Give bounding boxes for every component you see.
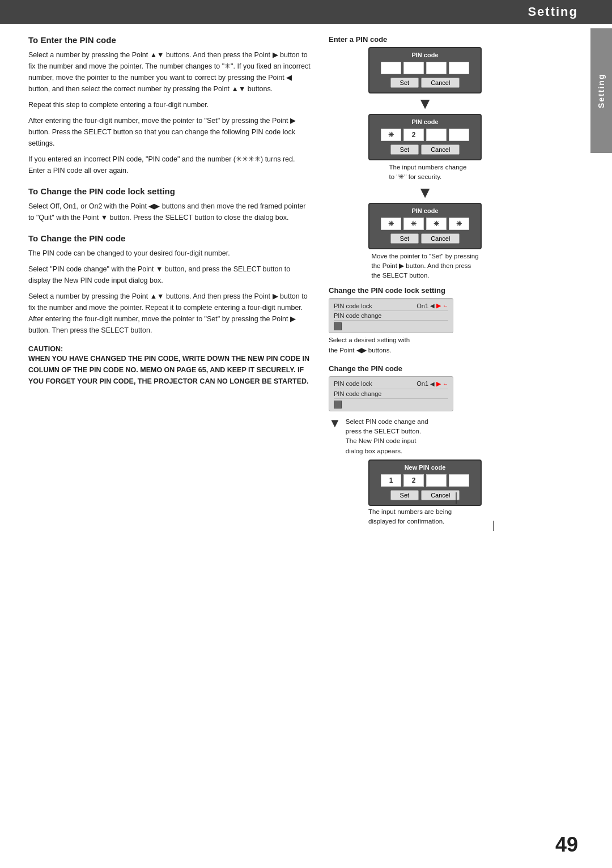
pin-lock-row1-value: On1 ◀ ▶ ← [416, 302, 448, 309]
pin-change-row2: PIN code change [334, 389, 448, 399]
pin-dialog1-cells [374, 62, 476, 74]
section1-heading: To Enter the PIN code [28, 35, 312, 45]
pin-change-icon [334, 401, 342, 409]
arrow-down-2: ▼ [417, 185, 433, 201]
section2-heading: To Change the PIN code lock setting [28, 186, 312, 196]
pin-change-icon-row [334, 399, 448, 409]
left-column: To Enter the PIN code Select a number by… [28, 35, 312, 540]
pin-lock-icon [334, 322, 342, 330]
pin-cell-d2-4 [449, 129, 469, 141]
pin-change-cursor: ← [443, 381, 448, 387]
section1-para2: Repeat this step to complete entering a … [28, 99, 312, 110]
new-pin-dialog-title: New PIN code [374, 464, 476, 471]
pin-lock-row2-label: PIN code change [334, 312, 381, 319]
pin-dialog1: PIN code Set Cancel [368, 47, 482, 93]
pin-lock-red-arrow: ▶ [436, 302, 441, 309]
pin-dialog2-cancel-button[interactable]: Cancel [421, 144, 460, 155]
pin-cell-d3-2: ✳ [403, 218, 424, 230]
pin-change-red-arrow: ▶ [436, 380, 441, 388]
enter-pin-heading: Enter a PIN code [329, 35, 521, 44]
cancel-arrow-svg [442, 492, 470, 504]
pin-dialog2-title: PIN code [374, 118, 476, 125]
pin-cell-d2-3 [426, 129, 447, 141]
new-pin-dialog-wrapper: New PIN code 1 2 Set Cancel The input nu… [329, 459, 521, 527]
pin-cell-1 [381, 62, 401, 74]
pin-lock-section: Change the PIN code lock setting PIN cod… [329, 286, 521, 355]
new-pin-cell-3 [426, 474, 447, 487]
pin-lock-cursor: ← [443, 303, 448, 309]
pin-cell-d3-1: ✳ [381, 218, 401, 230]
caution-block: CAUTION: WHEN YOU HAVE CHANGED THE PIN C… [28, 345, 312, 387]
pin-cell-2 [403, 62, 424, 74]
new-pin-cell-4 [449, 474, 469, 487]
pin-change-box: PIN code lock On1 ◀ ▶ ← PIN code change [329, 376, 453, 411]
pin-dialog1-set-button[interactable]: Set [390, 78, 419, 88]
caution-title: CAUTION: [28, 345, 312, 353]
pin-dialog1-buttons: Set Cancel [374, 78, 476, 88]
pin-dialog3-buttons: Set Cancel [374, 233, 476, 244]
new-pin-cell-1: 1 [381, 474, 401, 487]
pin-lock-icon-row [334, 321, 448, 330]
section3-heading: To Change the PIN code [28, 233, 312, 243]
pin-dialog1-cancel-button[interactable]: Cancel [421, 78, 460, 88]
section3-para2: Select "PIN code change" with the Point … [28, 263, 312, 286]
pin-dialog2: PIN code ✳ 2 Set Cancel [368, 114, 482, 160]
pin-dialog2-set-button[interactable]: Set [390, 144, 419, 155]
side-tab: Setting [590, 28, 612, 153]
section3-para1: The PIN code can be changed to your desi… [28, 248, 312, 259]
new-pin-cell-2: 2 [403, 474, 424, 487]
pin-cell-d3-3: ✳ [426, 218, 447, 230]
section1-para4: If you entered an incorrect PIN code, "P… [28, 154, 312, 176]
dialog2-note: The input numbers changeto "✳" for secur… [389, 163, 467, 182]
pin-lock-box: PIN code lock On1 ◀ ▶ ← PIN code change [329, 298, 453, 333]
page-number: 49 [555, 833, 578, 857]
pin-lock-row1-label: PIN code lock [334, 303, 372, 309]
up-arrow-line [493, 521, 494, 531]
pin-dialog2-buttons: Set Cancel [374, 144, 476, 155]
pin-lock-row1: PIN code lock On1 ◀ ▶ ← [334, 301, 448, 311]
pin-dialog1-wrapper: PIN code Set Cancel ▼ PIN code [329, 47, 521, 280]
pin-lock-value-text: On1 [416, 303, 428, 309]
pin-change-row1-label: PIN code lock [334, 380, 372, 387]
pin-dialog3-set-button[interactable]: Set [390, 233, 419, 244]
section1-para1: Select a number by pressing the Point ▲▼… [28, 49, 312, 95]
pin-cell-4 [449, 62, 469, 74]
main-content: To Enter the PIN code Select a number by… [0, 24, 612, 574]
right-column: Enter a PIN code PIN code Set Cancel [329, 35, 521, 540]
pin-lock-note: Select a desired setting withthe Point ◀… [329, 335, 521, 355]
pin-dialog3: PIN code ✳ ✳ ✳ ✳ Set Cancel [368, 203, 482, 249]
pin-cell-d2-1: ✳ [381, 129, 401, 141]
enter-pin-section: Enter a PIN code PIN code Set Cancel [329, 35, 521, 280]
section2-para1: Select Off, On1, or On2 with the Point ◀… [28, 201, 312, 223]
pin-dialog2-cells: ✳ 2 [374, 129, 476, 141]
page-header: Setting [0, 0, 612, 24]
pin-change-heading: Change the PIN code [329, 364, 521, 373]
new-pin-cells: 1 2 [374, 474, 476, 487]
section1-para3: After entering the four-digit number, mo… [28, 115, 312, 149]
pin-lock-row2: PIN code change [334, 311, 448, 321]
new-pin-note2: The input numbers are beingdisplayed for… [368, 507, 482, 527]
arrow-down-change: ▼ [329, 417, 341, 429]
pin-change-section: Change the PIN code PIN code lock On1 ◀ … [329, 364, 521, 531]
pin-cell-d3-4: ✳ [449, 218, 469, 230]
arrow-down-1: ▼ [417, 96, 433, 112]
pin-change-value-text: On1 [416, 380, 428, 387]
pin-lock-left-arrow: ◀ [430, 303, 435, 309]
section3-para3: Select a number by pressing the Point ▲▼… [28, 291, 312, 336]
pin-dialog3-cancel-button[interactable]: Cancel [421, 233, 460, 244]
caution-body: WHEN YOU HAVE CHANGED THE PIN CODE, WRIT… [28, 353, 312, 387]
new-pin-set-button[interactable]: Set [390, 490, 419, 500]
pin-lock-heading: Change the PIN code lock setting [329, 286, 521, 295]
header-title: Setting [528, 5, 578, 19]
pin-cell-3 [426, 62, 447, 74]
pin-dialog3-title: PIN code [374, 207, 476, 214]
pin-change-left-arrow: ◀ [430, 381, 435, 387]
pin-change-note: Select PIN code change andpress the SELE… [346, 417, 428, 456]
pin-dialog1-title: PIN code [374, 52, 476, 58]
pin-change-row1-value: On1 ◀ ▶ ← [416, 380, 448, 388]
dialog3-note: Move the pointer to "Set" by pressingthe… [371, 252, 478, 281]
pin-change-row2-label: PIN code change [334, 390, 381, 397]
pin-dialog3-cells: ✳ ✳ ✳ ✳ [374, 218, 476, 230]
pin-change-row1: PIN code lock On1 ◀ ▶ ← [334, 379, 448, 389]
pin-cell-d2-2: 2 [403, 129, 424, 141]
